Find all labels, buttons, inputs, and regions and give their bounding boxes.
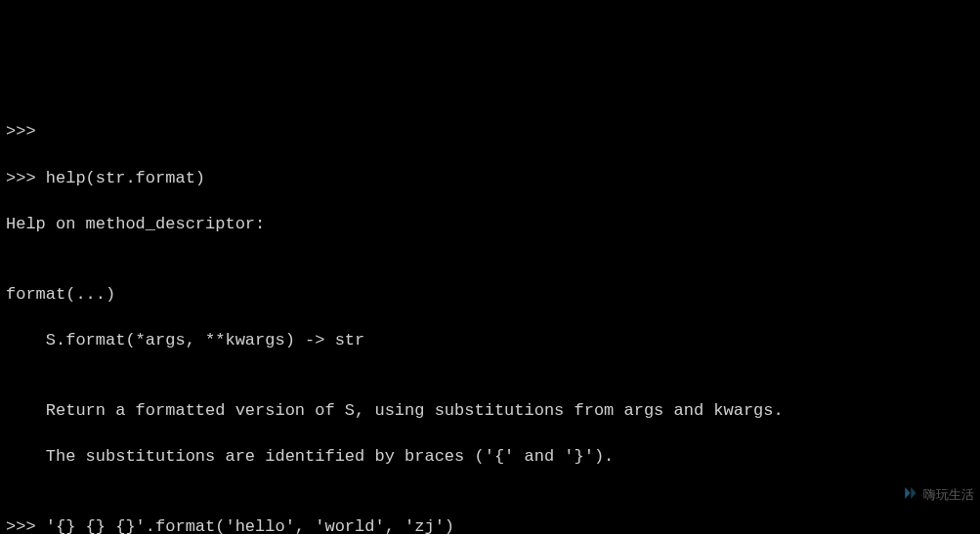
terminal-line: >>> '{} {} {}'.format('hello', 'world', … [6, 515, 974, 534]
play-icon [889, 466, 920, 524]
watermark-label: 嗨玩生活 [923, 486, 974, 504]
terminal-output[interactable]: >>> >>> help(str.format) Help on method_… [6, 97, 974, 534]
terminal-line: Help on method_descriptor: [6, 213, 974, 236]
terminal-line: format(...) [6, 283, 974, 307]
terminal-line: The substitutions are identified by brac… [6, 445, 974, 469]
watermark: 嗨玩生活 [889, 466, 974, 524]
terminal-line: >>> [6, 120, 974, 144]
terminal-line: >>> help(str.format) [6, 167, 974, 190]
terminal-line: Return a formatted version of S, using s… [6, 399, 974, 423]
terminal-line: S.format(*args, **kwargs) -> str [6, 329, 974, 352]
